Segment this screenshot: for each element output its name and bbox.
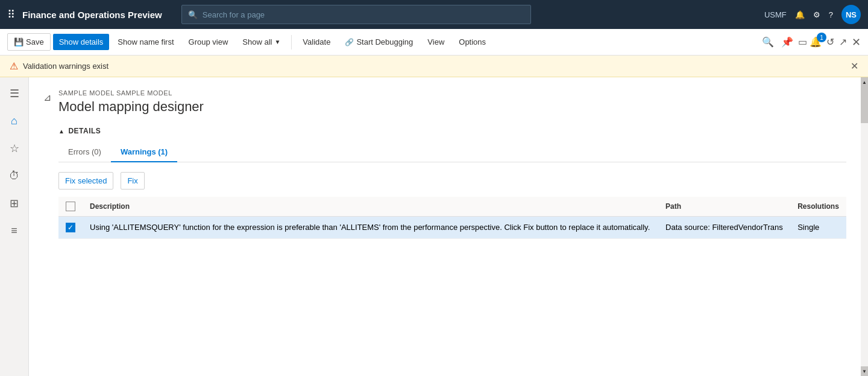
tabs: Errors (0) Warnings (1) xyxy=(58,142,846,162)
debug-icon: 🔗 xyxy=(345,38,354,46)
tab-errors[interactable]: Errors (0) xyxy=(58,142,111,162)
app-title: Finance and Operations Preview xyxy=(22,10,162,20)
open-in-new-icon[interactable]: ↗ xyxy=(839,36,847,48)
table-header-row: Description Path Resolutions xyxy=(58,197,846,217)
view-button[interactable]: View xyxy=(421,34,450,50)
table-col-resolutions: Resolutions xyxy=(790,197,846,217)
row-checkbox-cell: ✓ xyxy=(58,217,83,239)
warning-icon: ⚠ xyxy=(10,60,18,72)
right-scrollbar: ▲ ▼ xyxy=(861,77,868,376)
filter-icon[interactable]: ⊿ xyxy=(43,92,51,103)
top-bar-right: USMF 🔔 ⚙ ? NS xyxy=(764,5,861,24)
page-title: Model mapping designer xyxy=(58,99,846,115)
scrollbar-thumb[interactable] xyxy=(861,87,868,123)
close-icon[interactable]: ✕ xyxy=(852,36,861,49)
collapse-icon: ▲ xyxy=(58,128,64,135)
toolbar-search-icon[interactable]: 🔍 xyxy=(762,36,774,48)
start-debugging-button[interactable]: 🔗 Start Debugging xyxy=(339,34,419,50)
warning-banner: ⚠ Validation warnings exist ✕ xyxy=(0,56,868,77)
sidebar-item-favorites[interactable]: ☆ xyxy=(5,137,24,160)
row-description: Using 'ALLITEMSQUERY' function for the e… xyxy=(83,217,658,239)
search-icon: 🔍 xyxy=(188,10,198,19)
company-label: USMF xyxy=(764,10,787,19)
notification-badge[interactable]: 🔔 1 xyxy=(810,36,822,48)
scrollbar-up-button[interactable]: ▲ xyxy=(861,77,868,87)
grid-icon[interactable]: ⠿ xyxy=(7,8,15,21)
sidebar-item-recent[interactable]: ⏱ xyxy=(4,165,25,187)
fix-selected-button[interactable]: Fix selected xyxy=(58,172,113,190)
refresh-icon[interactable]: ↺ xyxy=(826,36,834,48)
validate-button[interactable]: Validate xyxy=(297,34,336,50)
section-header[interactable]: ▲ DETAILS xyxy=(58,127,846,135)
breadcrumb: SAMPLE MODEL SAMPLE MODEL xyxy=(58,89,846,97)
pin-icon[interactable]: 📌 xyxy=(781,36,793,48)
table-row[interactable]: ✓ Using 'ALLITEMSQUERY' function for the… xyxy=(58,217,846,239)
toolbar: 💾 Save Show details Show name first Grou… xyxy=(0,29,868,56)
content-area: ⊿ SAMPLE MODEL SAMPLE MODEL Model mappin… xyxy=(29,77,861,376)
tab-warnings[interactable]: Warnings (1) xyxy=(111,142,177,162)
table-col-path: Path xyxy=(658,197,790,217)
save-button[interactable]: 💾 Save xyxy=(7,33,51,51)
show-name-first-button[interactable]: Show name first xyxy=(112,34,180,50)
search-input[interactable] xyxy=(203,10,524,19)
sidebar-item-menu[interactable]: ☰ xyxy=(5,82,24,105)
row-resolutions: Single xyxy=(790,217,846,239)
warning-close-button[interactable]: ✕ xyxy=(851,60,858,72)
row-path: Data source: FilteredVendorTrans xyxy=(658,217,790,239)
sidebar-item-home[interactable]: ⌂ xyxy=(6,110,22,132)
table-col-checkbox xyxy=(58,197,83,217)
panel-icon[interactable]: ▭ xyxy=(798,36,807,48)
avatar[interactable]: NS xyxy=(841,5,861,24)
search-bar[interactable]: 🔍 xyxy=(181,5,531,24)
sidebar-item-workspaces[interactable]: ⊞ xyxy=(5,192,24,215)
row-checkbox[interactable]: ✓ xyxy=(66,223,75,232)
warnings-table: Description Path Resolutions xyxy=(58,197,846,239)
warning-text: Validation warnings exist xyxy=(23,62,846,71)
fix-button[interactable]: Fix xyxy=(121,172,144,190)
sidebar-item-modules[interactable]: ≡ xyxy=(6,220,22,242)
options-button[interactable]: Options xyxy=(453,34,492,50)
scrollbar-down-button[interactable]: ▼ xyxy=(861,366,868,376)
toolbar-divider-1 xyxy=(291,35,292,49)
show-all-button[interactable]: Show all ▼ xyxy=(236,34,286,50)
table-col-description: Description xyxy=(83,197,658,217)
scrollbar-track xyxy=(861,87,868,366)
bell-icon[interactable]: 🔔 xyxy=(795,10,805,19)
main-layout: ☰ ⌂ ☆ ⏱ ⊞ ≡ ⊿ SAMPLE MODEL SAMPLE MODEL … xyxy=(0,77,868,376)
show-all-dropdown-icon: ▼ xyxy=(274,39,280,45)
group-view-button[interactable]: Group view xyxy=(183,34,234,50)
select-all-checkbox[interactable] xyxy=(66,202,75,211)
badge-count: 1 xyxy=(817,33,826,42)
top-bar: ⠿ Finance and Operations Preview 🔍 USMF … xyxy=(0,0,868,29)
settings-icon[interactable]: ⚙ xyxy=(813,10,820,19)
left-sidebar: ☰ ⌂ ☆ ⏱ ⊞ ≡ xyxy=(0,77,29,376)
action-buttons: Fix selected Fix xyxy=(58,172,846,190)
help-icon[interactable]: ? xyxy=(829,10,833,19)
save-icon: 💾 xyxy=(14,37,24,46)
show-details-button[interactable]: Show details xyxy=(53,34,110,50)
